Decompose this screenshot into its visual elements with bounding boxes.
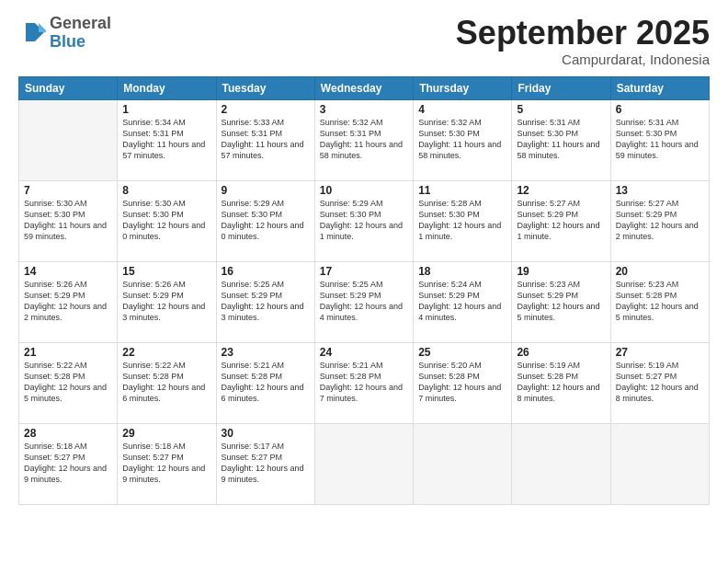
col-sunday: Sunday — [19, 76, 118, 99]
calendar-cell — [512, 423, 610, 504]
day-number: 8 — [122, 184, 210, 197]
day-number: 14 — [24, 265, 112, 278]
day-number: 16 — [222, 265, 310, 278]
calendar-cell: 29Sunrise: 5:18 AM Sunset: 5:27 PM Dayli… — [118, 423, 216, 504]
day-info: Sunrise: 5:20 AM Sunset: 5:28 PM Dayligh… — [418, 360, 506, 405]
calendar-cell: 3Sunrise: 5:32 AM Sunset: 5:31 PM Daylig… — [314, 99, 413, 180]
day-number: 9 — [222, 184, 310, 197]
calendar-week-row: 21Sunrise: 5:22 AM Sunset: 5:28 PM Dayli… — [19, 342, 710, 423]
day-info: Sunrise: 5:22 AM Sunset: 5:28 PM Dayligh… — [122, 360, 210, 405]
calendar-cell: 22Sunrise: 5:22 AM Sunset: 5:28 PM Dayli… — [118, 342, 216, 423]
day-info: Sunrise: 5:18 AM Sunset: 5:27 PM Dayligh… — [122, 441, 210, 486]
calendar-cell: 30Sunrise: 5:17 AM Sunset: 5:27 PM Dayli… — [216, 423, 314, 504]
day-info: Sunrise: 5:27 AM Sunset: 5:29 PM Dayligh… — [616, 198, 704, 243]
day-info: Sunrise: 5:22 AM Sunset: 5:28 PM Dayligh… — [24, 360, 112, 405]
day-info: Sunrise: 5:19 AM Sunset: 5:28 PM Dayligh… — [517, 360, 605, 405]
day-number: 28 — [24, 427, 112, 440]
day-info: Sunrise: 5:23 AM Sunset: 5:29 PM Dayligh… — [517, 279, 605, 324]
logo-icon — [18, 19, 46, 47]
day-number: 24 — [320, 346, 408, 359]
day-number: 5 — [517, 103, 605, 116]
day-number: 1 — [122, 103, 210, 116]
calendar-cell: 14Sunrise: 5:26 AM Sunset: 5:29 PM Dayli… — [19, 261, 118, 342]
calendar-cell: 8Sunrise: 5:30 AM Sunset: 5:30 PM Daylig… — [118, 180, 216, 261]
month-title: September 2025 — [456, 15, 710, 52]
day-info: Sunrise: 5:21 AM Sunset: 5:28 PM Dayligh… — [320, 360, 408, 405]
calendar-header-row: Sunday Monday Tuesday Wednesday Thursday… — [19, 76, 710, 99]
day-number: 17 — [320, 265, 408, 278]
calendar-cell: 25Sunrise: 5:20 AM Sunset: 5:28 PM Dayli… — [414, 342, 512, 423]
day-number: 7 — [24, 184, 112, 197]
day-info: Sunrise: 5:27 AM Sunset: 5:29 PM Dayligh… — [517, 198, 605, 243]
col-wednesday: Wednesday — [314, 76, 413, 99]
header: General Blue September 2025 Campurdarat,… — [18, 15, 710, 67]
calendar-cell: 4Sunrise: 5:32 AM Sunset: 5:30 PM Daylig… — [414, 99, 512, 180]
calendar-cell: 9Sunrise: 5:29 AM Sunset: 5:30 PM Daylig… — [216, 180, 314, 261]
day-number: 22 — [122, 346, 210, 359]
day-info: Sunrise: 5:25 AM Sunset: 5:29 PM Dayligh… — [320, 279, 408, 324]
calendar-cell — [19, 99, 118, 180]
calendar-cell — [610, 423, 709, 504]
day-info: Sunrise: 5:19 AM Sunset: 5:27 PM Dayligh… — [616, 360, 704, 405]
day-info: Sunrise: 5:28 AM Sunset: 5:30 PM Dayligh… — [418, 198, 506, 243]
day-info: Sunrise: 5:21 AM Sunset: 5:28 PM Dayligh… — [222, 360, 310, 405]
calendar-cell: 21Sunrise: 5:22 AM Sunset: 5:28 PM Dayli… — [19, 342, 118, 423]
calendar-cell — [314, 423, 413, 504]
day-number: 2 — [222, 103, 310, 116]
calendar-week-row: 28Sunrise: 5:18 AM Sunset: 5:27 PM Dayli… — [19, 423, 710, 504]
day-info: Sunrise: 5:18 AM Sunset: 5:27 PM Dayligh… — [24, 441, 112, 486]
day-number: 4 — [418, 103, 506, 116]
calendar-cell: 24Sunrise: 5:21 AM Sunset: 5:28 PM Dayli… — [314, 342, 413, 423]
day-info: Sunrise: 5:30 AM Sunset: 5:30 PM Dayligh… — [24, 198, 112, 243]
day-number: 23 — [222, 346, 310, 359]
calendar-cell: 16Sunrise: 5:25 AM Sunset: 5:29 PM Dayli… — [216, 261, 314, 342]
calendar-cell: 23Sunrise: 5:21 AM Sunset: 5:28 PM Dayli… — [216, 342, 314, 423]
logo-general: General — [50, 14, 111, 32]
calendar-cell: 1Sunrise: 5:34 AM Sunset: 5:31 PM Daylig… — [118, 99, 216, 180]
logo-blue: Blue — [50, 32, 85, 51]
calendar-cell: 28Sunrise: 5:18 AM Sunset: 5:27 PM Dayli… — [19, 423, 118, 504]
day-info: Sunrise: 5:29 AM Sunset: 5:30 PM Dayligh… — [222, 198, 310, 243]
calendar-cell: 12Sunrise: 5:27 AM Sunset: 5:29 PM Dayli… — [512, 180, 610, 261]
day-number: 10 — [320, 184, 408, 197]
page: General Blue September 2025 Campurdarat,… — [0, 0, 728, 563]
col-monday: Monday — [118, 76, 216, 99]
day-info: Sunrise: 5:25 AM Sunset: 5:29 PM Dayligh… — [222, 279, 310, 324]
day-number: 29 — [122, 427, 210, 440]
col-saturday: Saturday — [610, 76, 709, 99]
day-number: 25 — [418, 346, 506, 359]
calendar-cell: 27Sunrise: 5:19 AM Sunset: 5:27 PM Dayli… — [610, 342, 709, 423]
day-number: 26 — [517, 346, 605, 359]
day-number: 20 — [616, 265, 704, 278]
day-number: 30 — [222, 427, 310, 440]
logo: General Blue — [18, 15, 111, 52]
day-number: 19 — [517, 265, 605, 278]
day-info: Sunrise: 5:33 AM Sunset: 5:31 PM Dayligh… — [222, 117, 310, 162]
day-info: Sunrise: 5:32 AM Sunset: 5:31 PM Dayligh… — [320, 117, 408, 162]
day-info: Sunrise: 5:26 AM Sunset: 5:29 PM Dayligh… — [122, 279, 210, 324]
logo-text: General Blue — [50, 15, 111, 52]
calendar-cell: 19Sunrise: 5:23 AM Sunset: 5:29 PM Dayli… — [512, 261, 610, 342]
day-info: Sunrise: 5:23 AM Sunset: 5:28 PM Dayligh… — [616, 279, 704, 324]
col-tuesday: Tuesday — [216, 76, 314, 99]
day-number: 13 — [616, 184, 704, 197]
calendar-cell: 10Sunrise: 5:29 AM Sunset: 5:30 PM Dayli… — [314, 180, 413, 261]
calendar-cell: 20Sunrise: 5:23 AM Sunset: 5:28 PM Dayli… — [610, 261, 709, 342]
calendar-week-row: 7Sunrise: 5:30 AM Sunset: 5:30 PM Daylig… — [19, 180, 710, 261]
calendar-cell: 7Sunrise: 5:30 AM Sunset: 5:30 PM Daylig… — [19, 180, 118, 261]
calendar-cell: 6Sunrise: 5:31 AM Sunset: 5:30 PM Daylig… — [610, 99, 709, 180]
calendar-cell: 11Sunrise: 5:28 AM Sunset: 5:30 PM Dayli… — [414, 180, 512, 261]
calendar-cell: 13Sunrise: 5:27 AM Sunset: 5:29 PM Dayli… — [610, 180, 709, 261]
calendar-cell: 18Sunrise: 5:24 AM Sunset: 5:29 PM Dayli… — [414, 261, 512, 342]
day-info: Sunrise: 5:30 AM Sunset: 5:30 PM Dayligh… — [122, 198, 210, 243]
calendar-week-row: 14Sunrise: 5:26 AM Sunset: 5:29 PM Dayli… — [19, 261, 710, 342]
calendar-week-row: 1Sunrise: 5:34 AM Sunset: 5:31 PM Daylig… — [19, 99, 710, 180]
col-thursday: Thursday — [414, 76, 512, 99]
day-number: 3 — [320, 103, 408, 116]
calendar: Sunday Monday Tuesday Wednesday Thursday… — [18, 76, 710, 505]
day-info: Sunrise: 5:24 AM Sunset: 5:29 PM Dayligh… — [418, 279, 506, 324]
day-number: 18 — [418, 265, 506, 278]
day-number: 15 — [122, 265, 210, 278]
day-number: 27 — [616, 346, 704, 359]
title-block: September 2025 Campurdarat, Indonesia — [456, 15, 710, 67]
